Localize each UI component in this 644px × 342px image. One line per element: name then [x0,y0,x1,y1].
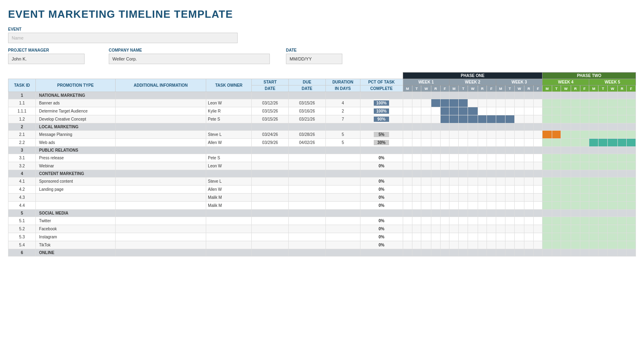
task-id[interactable]: 5.4 [8,241,36,249]
due-date[interactable] [288,123,325,131]
event-name-field[interactable]: Name [8,33,238,43]
due-date[interactable] [288,217,325,225]
due-date[interactable] [288,202,325,210]
due-date[interactable] [288,177,325,186]
duration[interactable]: 2 [325,107,360,115]
task-owner[interactable]: Pete S [206,115,252,123]
add-info[interactable] [115,123,206,131]
promo-type[interactable]: Web ads [36,139,116,147]
add-info[interactable] [115,99,206,107]
promo-type[interactable]: Webinar [36,162,116,170]
duration[interactable] [325,249,360,256]
task-id[interactable]: 1 [8,92,36,99]
due-date[interactable] [288,249,325,256]
pct-cell[interactable] [360,123,403,131]
pct-cell[interactable]: 0% [360,217,403,225]
pct-cell[interactable] [360,92,403,99]
task-owner[interactable] [206,233,252,241]
promo-type[interactable] [36,202,116,210]
task-owner[interactable]: Malik M [206,194,252,202]
due-date[interactable] [288,241,325,249]
task-owner[interactable] [206,92,252,99]
start-date[interactable] [252,194,289,202]
due-date[interactable] [288,233,325,241]
task-owner[interactable]: Steve L [206,177,252,186]
duration[interactable]: 7 [325,115,360,123]
pct-cell[interactable]: 100% [360,107,403,115]
due-date[interactable] [288,162,325,170]
start-date[interactable] [252,147,289,154]
promo-type[interactable]: CONTENT MARKETING [36,170,116,177]
start-date[interactable] [252,154,289,162]
pct-cell[interactable]: 0% [360,202,403,210]
due-date[interactable] [288,147,325,154]
pct-cell[interactable]: 100% [360,99,403,107]
promo-type[interactable]: Facebook [36,225,116,233]
start-date[interactable] [252,217,289,225]
due-date[interactable] [288,170,325,177]
start-date[interactable]: 03/12/26 [252,99,289,107]
start-date[interactable]: 03/15/26 [252,107,289,115]
pct-cell[interactable]: 30% [360,139,403,147]
due-date[interactable] [288,186,325,194]
pct-cell[interactable]: 0% [360,186,403,194]
task-owner[interactable] [206,147,252,154]
duration[interactable] [325,162,360,170]
task-id[interactable]: 5.2 [8,225,36,233]
pct-cell[interactable] [360,147,403,154]
due-date[interactable] [288,225,325,233]
duration[interactable] [325,194,360,202]
start-date[interactable] [252,249,289,256]
add-info[interactable] [115,177,206,186]
pct-cell[interactable]: 0% [360,162,403,170]
promo-type[interactable]: Press release [36,154,116,162]
promo-type[interactable]: Landing page [36,186,116,194]
due-date[interactable] [288,210,325,217]
start-date[interactable] [252,225,289,233]
task-id[interactable]: 4.3 [8,194,36,202]
add-info[interactable] [115,249,206,256]
task-owner[interactable]: Steve L [206,131,252,139]
start-date[interactable] [252,202,289,210]
promo-type[interactable]: Instagram [36,233,116,241]
task-id[interactable]: 2.2 [8,139,36,147]
task-id[interactable]: 5.3 [8,233,36,241]
task-owner[interactable]: Allen W [206,139,252,147]
pct-cell[interactable]: 0% [360,177,403,186]
start-date[interactable] [252,123,289,131]
promo-type[interactable]: LOCAL MARKETING [36,123,116,131]
pct-cell[interactable]: 0% [360,225,403,233]
duration[interactable] [325,210,360,217]
add-info[interactable] [115,210,206,217]
pct-cell[interactable]: 0% [360,233,403,241]
duration[interactable]: 5 [325,139,360,147]
task-id[interactable]: 1.1.1 [8,107,36,115]
task-owner[interactable] [206,249,252,256]
due-date[interactable] [288,194,325,202]
task-id[interactable]: 5 [8,210,36,217]
task-id[interactable]: 4 [8,170,36,177]
start-date[interactable] [252,210,289,217]
add-info[interactable] [115,131,206,139]
promo-type[interactable] [36,194,116,202]
duration[interactable] [325,217,360,225]
task-owner[interactable]: Leon W [206,99,252,107]
duration[interactable] [325,123,360,131]
duration[interactable] [325,154,360,162]
task-owner[interactable] [206,225,252,233]
promo-type[interactable]: SOCIAL MEDIA [36,210,116,217]
promo-type[interactable]: Twitter [36,217,116,225]
add-info[interactable] [115,107,206,115]
promo-type[interactable]: Message Planning [36,131,116,139]
start-date[interactable]: 03/29/26 [252,139,289,147]
add-info[interactable] [115,217,206,225]
task-owner[interactable]: Leon W [206,162,252,170]
task-id[interactable]: 3.1 [8,154,36,162]
promo-type[interactable]: Determine Target Audience [36,107,116,115]
add-info[interactable] [115,186,206,194]
due-date[interactable] [288,92,325,99]
company-field[interactable]: Weller Corp. [109,54,270,64]
task-id[interactable]: 2 [8,123,36,131]
add-info[interactable] [115,170,206,177]
add-info[interactable] [115,147,206,154]
